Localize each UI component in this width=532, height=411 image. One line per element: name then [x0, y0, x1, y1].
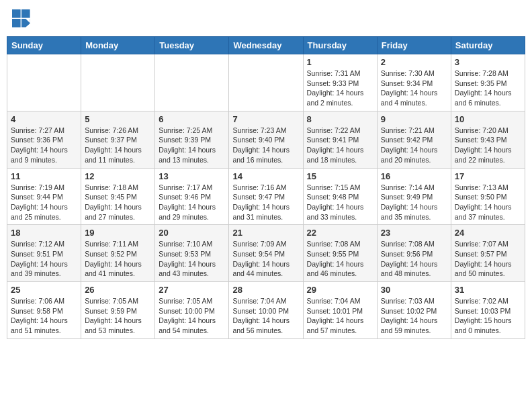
day-info: Sunrise: 7:21 AM Sunset: 9:42 PM Dayligh…: [381, 126, 447, 165]
day-info: Sunrise: 7:15 AM Sunset: 9:48 PM Dayligh…: [307, 183, 373, 222]
day-info: Sunrise: 7:03 AM Sunset: 10:02 PM Daylig…: [381, 296, 447, 336]
day-info: Sunrise: 7:23 AM Sunset: 9:40 PM Dayligh…: [232, 126, 299, 165]
day-of-week-header: Monday: [81, 37, 155, 54]
calendar-day-cell: [155, 54, 229, 111]
calendar-day-cell: 2Sunrise: 7:30 AM Sunset: 9:34 PM Daylig…: [377, 54, 451, 111]
day-info: Sunrise: 7:12 AM Sunset: 9:51 PM Dayligh…: [11, 239, 77, 279]
calendar-week-row: 1Sunrise: 7:31 AM Sunset: 9:33 PM Daylig…: [7, 54, 525, 111]
day-number: 7: [232, 114, 299, 124]
calendar-day-cell: 12Sunrise: 7:18 AM Sunset: 9:45 PM Dayli…: [81, 168, 155, 225]
calendar-day-cell: 26Sunrise: 7:05 AM Sunset: 9:59 PM Dayli…: [81, 282, 155, 339]
calendar-day-cell: [81, 54, 155, 111]
day-info: Sunrise: 7:08 AM Sunset: 9:55 PM Dayligh…: [307, 239, 373, 279]
calendar-day-cell: 11Sunrise: 7:19 AM Sunset: 9:44 PM Dayli…: [7, 168, 81, 225]
day-number: 17: [455, 171, 521, 181]
calendar-day-cell: 30Sunrise: 7:03 AM Sunset: 10:02 PM Dayl…: [377, 282, 451, 339]
day-number: 19: [85, 228, 151, 238]
day-number: 14: [232, 171, 299, 181]
calendar-day-cell: 16Sunrise: 7:14 AM Sunset: 9:49 PM Dayli…: [377, 168, 451, 225]
day-number: 18: [11, 228, 77, 238]
day-number: 6: [159, 114, 225, 124]
day-of-week-header: Friday: [377, 37, 451, 54]
logo: [12, 9, 34, 28]
day-number: 11: [11, 171, 77, 181]
day-number: 3: [455, 57, 521, 67]
day-number: 25: [11, 285, 77, 295]
day-of-week-header: Saturday: [451, 37, 525, 54]
day-info: Sunrise: 7:10 AM Sunset: 9:53 PM Dayligh…: [159, 239, 225, 279]
calendar-day-cell: 22Sunrise: 7:08 AM Sunset: 9:55 PM Dayli…: [303, 225, 377, 282]
day-info: Sunrise: 7:13 AM Sunset: 9:50 PM Dayligh…: [455, 183, 521, 222]
calendar-header-row: SundayMondayTuesdayWednesdayThursdayFrid…: [7, 37, 525, 54]
day-number: 20: [159, 228, 225, 238]
calendar-day-cell: 6Sunrise: 7:25 AM Sunset: 9:39 PM Daylig…: [155, 111, 229, 168]
day-info: Sunrise: 7:26 AM Sunset: 9:37 PM Dayligh…: [85, 126, 151, 165]
day-number: 8: [307, 114, 373, 124]
day-number: 23: [381, 228, 447, 238]
day-info: Sunrise: 7:28 AM Sunset: 9:35 PM Dayligh…: [455, 68, 521, 108]
svg-rect-0: [12, 9, 21, 18]
calendar-day-cell: 9Sunrise: 7:21 AM Sunset: 9:42 PM Daylig…: [377, 111, 451, 168]
calendar-day-cell: 21Sunrise: 7:09 AM Sunset: 9:54 PM Dayli…: [229, 225, 303, 282]
calendar-day-cell: 13Sunrise: 7:17 AM Sunset: 9:46 PM Dayli…: [155, 168, 229, 225]
day-number: 22: [307, 228, 373, 238]
logo-icon: [12, 9, 31, 28]
day-number: 12: [85, 171, 151, 181]
calendar-day-cell: 28Sunrise: 7:04 AM Sunset: 10:00 PM Dayl…: [229, 282, 303, 339]
day-info: Sunrise: 7:05 AM Sunset: 9:59 PM Dayligh…: [85, 296, 151, 336]
day-of-week-header: Thursday: [303, 37, 377, 54]
day-info: Sunrise: 7:09 AM Sunset: 9:54 PM Dayligh…: [232, 239, 299, 279]
day-info: Sunrise: 7:31 AM Sunset: 9:33 PM Dayligh…: [307, 68, 373, 108]
day-info: Sunrise: 7:11 AM Sunset: 9:52 PM Dayligh…: [85, 239, 151, 279]
day-info: Sunrise: 7:06 AM Sunset: 9:58 PM Dayligh…: [11, 296, 77, 336]
day-number: 31: [455, 285, 521, 295]
calendar-day-cell: 20Sunrise: 7:10 AM Sunset: 9:53 PM Dayli…: [155, 225, 229, 282]
calendar-day-cell: 8Sunrise: 7:22 AM Sunset: 9:41 PM Daylig…: [303, 111, 377, 168]
day-info: Sunrise: 7:25 AM Sunset: 9:39 PM Dayligh…: [159, 126, 225, 165]
day-number: 5: [85, 114, 151, 124]
calendar-day-cell: 29Sunrise: 7:04 AM Sunset: 10:01 PM Dayl…: [303, 282, 377, 339]
calendar-day-cell: [7, 54, 81, 111]
calendar-day-cell: 31Sunrise: 7:02 AM Sunset: 10:03 PM Dayl…: [451, 282, 525, 339]
calendar-day-cell: 14Sunrise: 7:16 AM Sunset: 9:47 PM Dayli…: [229, 168, 303, 225]
calendar-day-cell: 18Sunrise: 7:12 AM Sunset: 9:51 PM Dayli…: [7, 225, 81, 282]
day-of-week-header: Wednesday: [229, 37, 303, 54]
calendar: SundayMondayTuesdayWednesdayThursdayFrid…: [7, 36, 525, 339]
calendar-day-cell: 19Sunrise: 7:11 AM Sunset: 9:52 PM Dayli…: [81, 225, 155, 282]
svg-rect-2: [12, 19, 21, 28]
day-number: 1: [307, 57, 373, 67]
calendar-day-cell: 23Sunrise: 7:08 AM Sunset: 9:56 PM Dayli…: [377, 225, 451, 282]
calendar-day-cell: 5Sunrise: 7:26 AM Sunset: 9:37 PM Daylig…: [81, 111, 155, 168]
day-number: 13: [159, 171, 225, 181]
calendar-week-row: 4Sunrise: 7:27 AM Sunset: 9:36 PM Daylig…: [7, 111, 525, 168]
day-info: Sunrise: 7:07 AM Sunset: 9:57 PM Dayligh…: [455, 239, 521, 279]
day-number: 21: [232, 228, 299, 238]
calendar-day-cell: 7Sunrise: 7:23 AM Sunset: 9:40 PM Daylig…: [229, 111, 303, 168]
day-number: 27: [159, 285, 225, 295]
calendar-day-cell: 15Sunrise: 7:15 AM Sunset: 9:48 PM Dayli…: [303, 168, 377, 225]
day-info: Sunrise: 7:17 AM Sunset: 9:46 PM Dayligh…: [159, 183, 225, 222]
calendar-day-cell: 1Sunrise: 7:31 AM Sunset: 9:33 PM Daylig…: [303, 54, 377, 111]
calendar-day-cell: 4Sunrise: 7:27 AM Sunset: 9:36 PM Daylig…: [7, 111, 81, 168]
day-info: Sunrise: 7:20 AM Sunset: 9:43 PM Dayligh…: [455, 126, 521, 165]
calendar-day-cell: [229, 54, 303, 111]
day-info: Sunrise: 7:16 AM Sunset: 9:47 PM Dayligh…: [232, 183, 299, 222]
day-info: Sunrise: 7:19 AM Sunset: 9:44 PM Dayligh…: [11, 183, 77, 222]
calendar-week-row: 18Sunrise: 7:12 AM Sunset: 9:51 PM Dayli…: [7, 225, 525, 282]
day-info: Sunrise: 7:02 AM Sunset: 10:03 PM Daylig…: [455, 296, 521, 336]
day-number: 10: [455, 114, 521, 124]
day-number: 9: [381, 114, 447, 124]
calendar-day-cell: 3Sunrise: 7:28 AM Sunset: 9:35 PM Daylig…: [451, 54, 525, 111]
day-info: Sunrise: 7:05 AM Sunset: 10:00 PM Daylig…: [159, 296, 225, 336]
day-number: 29: [307, 285, 373, 295]
calendar-day-cell: 17Sunrise: 7:13 AM Sunset: 9:50 PM Dayli…: [451, 168, 525, 225]
day-number: 28: [232, 285, 299, 295]
day-of-week-header: Sunday: [7, 37, 81, 54]
calendar-day-cell: 10Sunrise: 7:20 AM Sunset: 9:43 PM Dayli…: [451, 111, 525, 168]
calendar-week-row: 11Sunrise: 7:19 AM Sunset: 9:44 PM Dayli…: [7, 168, 525, 225]
day-info: Sunrise: 7:08 AM Sunset: 9:56 PM Dayligh…: [381, 239, 447, 279]
day-info: Sunrise: 7:30 AM Sunset: 9:34 PM Dayligh…: [381, 68, 447, 108]
day-info: Sunrise: 7:04 AM Sunset: 10:01 PM Daylig…: [307, 296, 373, 336]
day-info: Sunrise: 7:04 AM Sunset: 10:00 PM Daylig…: [232, 296, 299, 336]
calendar-day-cell: 24Sunrise: 7:07 AM Sunset: 9:57 PM Dayli…: [451, 225, 525, 282]
